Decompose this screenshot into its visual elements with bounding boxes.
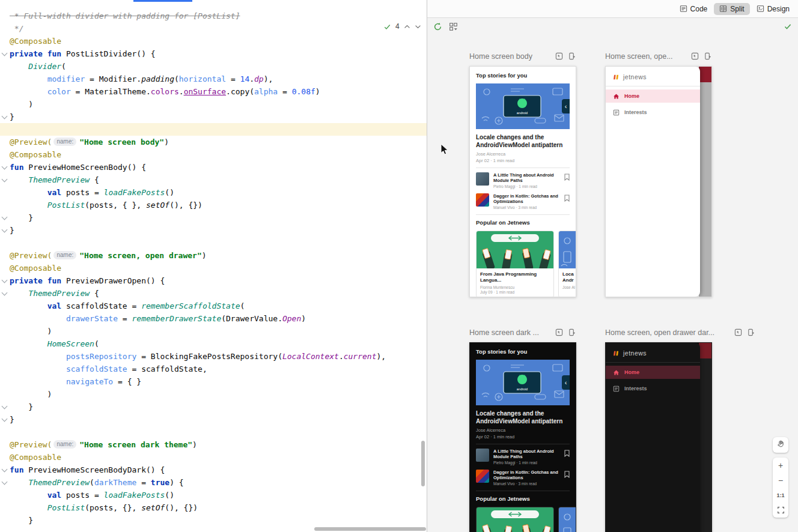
app-name: jetnews — [623, 349, 647, 357]
fold-marker-icon[interactable] — [2, 177, 8, 183]
fold-marker-icon[interactable] — [2, 214, 8, 220]
fold-marker-icon[interactable] — [2, 404, 8, 410]
code-line: color = MaterialTheme.colors.onSurface.c… — [0, 85, 427, 98]
code-line: fun PreviewHomeScreenBodyDark() { — [0, 464, 427, 476]
popular-section-title: Popular on Jetnews — [476, 495, 570, 503]
code-line — [0, 426, 427, 438]
home-icon — [613, 93, 620, 100]
preview-card-title: Home screen dark ... — [469, 328, 551, 337]
popular-card[interactable]: Loca AndrJose Al — [558, 231, 576, 297]
article-row[interactable]: Dagger in Kotlin: Gotchas and Optimizati… — [476, 193, 570, 210]
run-preview-on-device-icon[interactable] — [568, 52, 576, 61]
article-thumbnail — [476, 193, 489, 207]
zoom-ratio-button[interactable]: 1:1 — [773, 488, 788, 503]
article-text: Dagger in Kotlin: Gotchas and Optimizati… — [493, 470, 560, 486]
preview-panel: Code Split Design Home — [427, 0, 798, 532]
popular-card[interactable]: From Java Programming Langua...Florina M… — [476, 507, 554, 532]
article-row[interactable]: A Little Thing about Android Module Path… — [476, 172, 570, 189]
preview-card[interactable]: Top stories for you android ‹Locale chan… — [469, 342, 576, 532]
preview-card[interactable]: jetnewsHomeInterests — [605, 66, 712, 297]
preview-card-label: Home screen, open drawer dar... — [605, 328, 755, 337]
nav-drawer: jetnewsHomeInterests — [606, 343, 700, 532]
pan-tool-button[interactable] — [773, 437, 788, 453]
article-meta: Manuel Vivo · 3 min read — [493, 205, 560, 210]
code-line: @Composable — [0, 451, 427, 464]
code-line: @Composable — [0, 262, 427, 274]
drawer-item-interests[interactable]: Interests — [606, 382, 700, 395]
code-line: } — [0, 211, 427, 224]
code-line: val posts = loadFakePosts() — [0, 489, 427, 501]
hero-image: android ‹ — [476, 360, 570, 405]
drawer-item-label: Interests — [624, 385, 647, 391]
article-thumbnail — [476, 470, 489, 483]
code-line: } — [0, 514, 427, 527]
zoom-in-button[interactable]: + — [773, 458, 788, 473]
interactive-preview-icon[interactable] — [555, 328, 564, 337]
popular-card[interactable]: From Java Programming Langua...Florina M… — [476, 231, 554, 297]
code-line: val posts = loadFakePosts() — [0, 186, 427, 199]
article-title: Dagger in Kotlin: Gotchas and Optimizati… — [493, 470, 560, 480]
fold-marker-icon[interactable] — [2, 479, 8, 485]
drawer-item-label: Home — [624, 369, 639, 375]
drawer-item-label: Home — [624, 93, 639, 99]
interactive-preview-icon[interactable] — [691, 52, 699, 61]
interactive-preview-icon[interactable] — [734, 328, 743, 337]
bookmark-icon[interactable] — [564, 195, 570, 202]
code-editor[interactable]: * Full-width divider with padding for [P… — [0, 0, 427, 532]
carousel-prev-button[interactable]: ‹ — [562, 375, 570, 390]
editor-vertical-scrollbar[interactable] — [421, 441, 425, 486]
feed-section-title: Top stories for you — [476, 72, 570, 79]
drawer-item-label: Interests — [624, 109, 647, 115]
hand-icon — [776, 440, 785, 450]
hero-meta: Apr 02 · 1 min read — [476, 434, 570, 440]
code-line: @Preview(name:"Home screen body") — [0, 136, 427, 148]
popular-card-meta: July 09 · 1 min read — [480, 290, 550, 294]
divider — [476, 444, 570, 444]
fold-marker-icon[interactable] — [2, 50, 8, 56]
preview-card-title: Home screen, open drawer dar... — [605, 328, 730, 337]
fold-marker-icon[interactable] — [2, 416, 8, 422]
fold-marker-icon[interactable] — [2, 467, 8, 473]
popular-card-title: Loca Andr — [562, 271, 576, 283]
next-issue-icon[interactable] — [415, 25, 421, 29]
run-preview-on-device-icon[interactable] — [704, 52, 712, 61]
prev-issue-icon[interactable] — [404, 25, 410, 29]
fold-marker-icon[interactable] — [2, 290, 8, 296]
drawer-item-home[interactable]: Home — [606, 89, 700, 103]
article-row[interactable]: A Little Thing about Android Module Path… — [476, 449, 570, 465]
preview-canvas: Home screen bodyTop stories for you andr… — [427, 0, 798, 532]
article-meta: Pietro Maggi · 1 min read — [493, 184, 560, 189]
run-preview-on-device-icon[interactable] — [568, 328, 576, 337]
inspection-widget[interactable]: 4 — [383, 22, 421, 31]
app-logo: jetnews — [606, 343, 700, 362]
zoom-fit-button[interactable] — [773, 503, 788, 518]
fold-marker-icon[interactable] — [2, 164, 8, 170]
carousel-prev-button[interactable]: ‹ — [562, 99, 570, 113]
popular-row: From Java Programming Langua...Florina M… — [476, 507, 570, 532]
popular-section-title: Popular on Jetnews — [476, 219, 570, 226]
code-line: Divider( — [0, 60, 427, 73]
editor-horizontal-scrollbar[interactable] — [314, 527, 426, 531]
code-line: ThemedPreview(darkTheme = true) { — [0, 476, 427, 489]
fold-marker-icon[interactable] — [2, 113, 8, 119]
popular-card-image — [477, 231, 553, 268]
popular-card[interactable]: Loca AndrJose Al — [558, 507, 576, 532]
preview-card[interactable]: jetnewsHomeInterests — [605, 342, 712, 532]
code-line: scaffoldState = scaffoldState, — [0, 363, 427, 375]
fold-marker-icon[interactable] — [2, 277, 8, 283]
article-row[interactable]: Dagger in Kotlin: Gotchas and Optimizati… — [476, 470, 570, 486]
bookmark-icon[interactable] — [564, 174, 570, 181]
bookmark-icon[interactable] — [564, 450, 570, 457]
code-line: postsRepository = BlockingFakePostsRepos… — [0, 350, 427, 363]
jetnews-logo-icon — [613, 74, 620, 80]
interactive-preview-icon[interactable] — [555, 52, 564, 61]
run-preview-on-device-icon[interactable] — [747, 328, 755, 337]
fold-marker-icon[interactable] — [2, 227, 8, 233]
preview-card[interactable]: Top stories for you android ‹Locale chan… — [469, 66, 576, 297]
svg-text:android: android — [517, 387, 528, 391]
drawer-item-home[interactable]: Home — [606, 366, 700, 379]
zoom-out-button[interactable]: − — [773, 473, 788, 488]
bookmark-icon[interactable] — [564, 471, 570, 478]
feed-section-title: Top stories for you — [476, 348, 570, 355]
drawer-item-interests[interactable]: Interests — [606, 106, 700, 119]
